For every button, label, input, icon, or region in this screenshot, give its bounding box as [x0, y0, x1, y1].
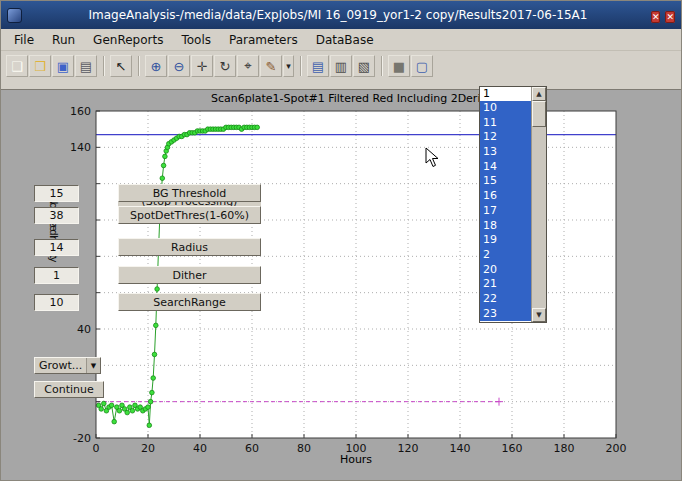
new-document-icon[interactable]: ❑ — [6, 55, 28, 77]
scrollbar-thumb[interactable] — [532, 101, 546, 127]
print-figure-icon[interactable]: ▤ — [307, 55, 329, 77]
toolbar-separator — [381, 56, 383, 76]
pan-icon[interactable]: ✛ — [191, 55, 213, 77]
listbox-item-16[interactable]: 16 — [480, 189, 531, 204]
scroll-down-icon[interactable]: ▼ — [532, 308, 546, 322]
listbox-item-15[interactable]: 15 — [480, 174, 531, 189]
continue-button[interactable]: Continue — [34, 381, 104, 398]
data-cursor-icon[interactable]: ⌖ — [237, 55, 259, 77]
listbox-item-11[interactable]: 11 — [480, 116, 531, 131]
listbox-item-17[interactable]: 17 — [480, 204, 531, 219]
listbox-item-18[interactable]: 18 — [480, 219, 531, 234]
insert-colorbar-icon[interactable]: ▥ — [330, 55, 352, 77]
listbox-items: 1 10111213141516171819220212223 — [480, 87, 531, 322]
app-window: ImageAnalysis-/media/data/ExpJobs/MI 16_… — [0, 0, 682, 481]
save-icon[interactable]: ▣ — [52, 55, 74, 77]
brush-menu-arrow-icon[interactable]: ▾ — [283, 55, 294, 77]
zoom-out-icon[interactable]: ⊖ — [168, 55, 190, 77]
app-icon — [7, 8, 22, 23]
close-button[interactable]: ✕ — [665, 11, 675, 23]
insert-legend-icon[interactable]: ▧ — [353, 55, 375, 77]
toolbar-separator — [103, 56, 105, 76]
listbox-item-23[interactable]: 23 — [480, 307, 531, 322]
scrollbar-track[interactable] — [532, 127, 546, 308]
print-icon[interactable]: ▤ — [75, 55, 97, 77]
listbox-item-1[interactable]: 1 — [480, 87, 531, 101]
listbox-item-14[interactable]: 14 — [480, 160, 531, 175]
menubar: FileRunGenReportsToolsParametersDataBase — [1, 29, 681, 51]
scroll-up-icon[interactable]: ▲ — [532, 87, 546, 101]
window-buttons: ✕✕ — [646, 5, 675, 25]
zoom-in-icon[interactable]: ⊕ — [145, 55, 167, 77]
listbox-item-21[interactable]: 21 — [480, 277, 531, 292]
x-axis-label: Hours — [96, 453, 616, 466]
window-title: ImageAnalysis-/media/data/ExpJobs/MI 16_… — [30, 8, 646, 22]
growth-dropdown[interactable]: Growt... ▼ — [34, 357, 101, 374]
minimize-button[interactable]: ✕ — [651, 11, 661, 23]
show-plot-tools-icon[interactable]: ▢ — [411, 55, 433, 77]
param-input-dither[interactable] — [34, 267, 79, 284]
toolbar-separator — [138, 56, 140, 76]
param-button-bg-threshold[interactable]: BG Threshold — [118, 184, 261, 202]
toolbar-separator — [300, 56, 302, 76]
param-input-searchrange[interactable] — [34, 294, 79, 311]
param-button-radius[interactable]: Radius — [118, 238, 261, 256]
menu-item-genreports[interactable]: GenReports — [84, 31, 172, 49]
menu-item-file[interactable]: File — [5, 31, 43, 49]
titlebar[interactable]: ImageAnalysis-/media/data/ExpJobs/MI 16_… — [1, 1, 681, 29]
listbox-item-2[interactable]: 2 — [480, 248, 531, 263]
listbox-item-10[interactable]: 10 — [480, 101, 531, 116]
figure-area — [1, 89, 682, 481]
listbox-item-22[interactable]: 22 — [480, 292, 531, 307]
menu-item-tools[interactable]: Tools — [172, 31, 220, 49]
menu-item-database[interactable]: DataBase — [307, 31, 383, 49]
param-button-spotdetthres-1-60[interactable]: SpotDetThres(1-60%) — [118, 206, 261, 224]
brush-icon[interactable]: ✎ — [260, 55, 282, 77]
param-input-spotdetthres-1-60[interactable] — [34, 207, 79, 224]
open-folder-icon[interactable]: ❒ — [29, 55, 51, 77]
param-input-radius[interactable] — [34, 239, 79, 256]
pointer-icon[interactable]: ↖ — [110, 55, 132, 77]
listbox-item-19[interactable]: 19 — [480, 233, 531, 248]
growth-dropdown-value: Growt... — [35, 359, 86, 372]
param-button-searchrange[interactable]: SearchRange — [118, 293, 261, 311]
listbox-item-12[interactable]: 12 — [480, 130, 531, 145]
menu-item-parameters[interactable]: Parameters — [220, 31, 307, 49]
rotate-3d-icon[interactable]: ↻ — [214, 55, 236, 77]
menu-item-run[interactable]: Run — [43, 31, 84, 49]
toolbar: ❑❒▣▤↖⊕⊖✛↻⌖✎▾▤▥▧■▢ — [1, 51, 681, 81]
listbox-item-20[interactable]: 20 — [480, 263, 531, 278]
param-button-dither[interactable]: Dither — [118, 266, 261, 284]
number-listbox[interactable]: 1 10111213141516171819220212223 ▲ ▼ — [479, 86, 547, 323]
listbox-item-13[interactable]: 13 — [480, 145, 531, 160]
param-input-bg-threshold[interactable] — [34, 185, 79, 202]
chevron-down-icon: ▼ — [86, 358, 100, 373]
listbox-scrollbar[interactable]: ▲ ▼ — [531, 87, 546, 322]
hide-plot-tools-icon[interactable]: ■ — [388, 55, 410, 77]
